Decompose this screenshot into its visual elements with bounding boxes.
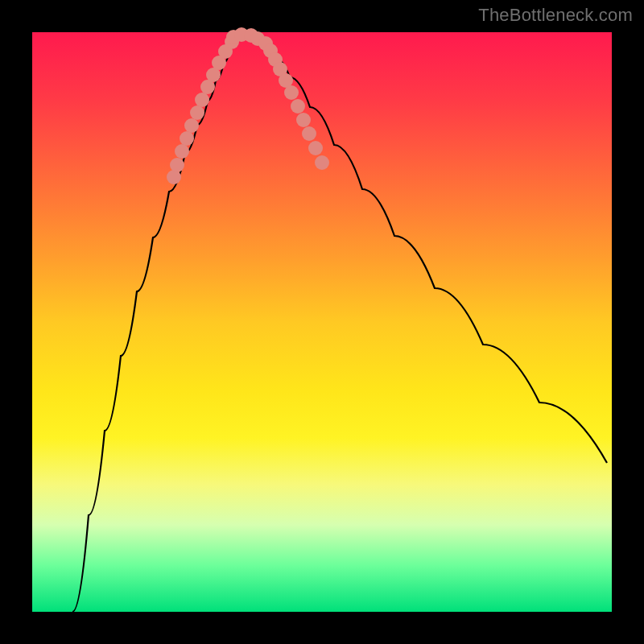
data-dot [184,118,199,133]
plot-area [32,32,612,612]
watermark-text: TheBottleneck.com [478,5,633,26]
data-dot [180,131,194,146]
data-dot [190,105,204,120]
data-dots [167,27,329,184]
data-dot [284,85,299,100]
data-dot [291,99,305,114]
chart-frame: TheBottleneck.com [0,0,644,644]
data-dot [308,141,323,155]
data-dot [302,126,316,141]
data-dot [170,158,184,172]
data-dot [296,113,311,127]
curve-right-branch [242,35,607,463]
chart-overlay [32,32,612,612]
data-dot [315,155,329,170]
curve-left-branch [72,35,242,612]
data-dot [195,93,209,107]
data-dot [175,144,189,159]
